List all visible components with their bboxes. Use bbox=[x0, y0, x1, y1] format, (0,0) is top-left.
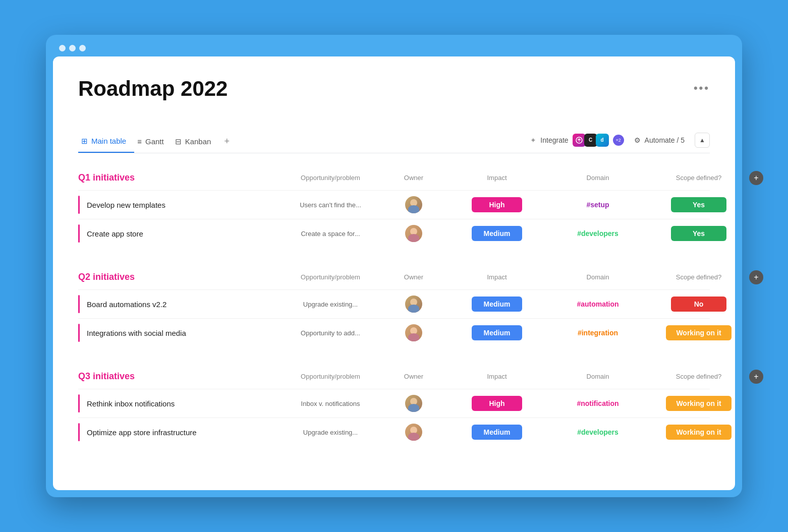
row-impact-cell: High bbox=[446, 396, 547, 411]
row-border-indicator bbox=[78, 295, 80, 313]
avatar-body bbox=[408, 305, 419, 313]
row-domain-cell: #notification bbox=[547, 399, 648, 407]
integration-avatar-2: C bbox=[584, 134, 597, 147]
row-owner-cell bbox=[381, 295, 446, 313]
scope-badge: Yes bbox=[671, 226, 726, 241]
column-header: Impact bbox=[446, 273, 547, 281]
add-column-button[interactable]: + bbox=[749, 270, 763, 284]
row-name-cell: Board automations v2.2 bbox=[78, 290, 280, 318]
impact-badge: High bbox=[472, 396, 522, 411]
column-header: Owner bbox=[381, 273, 446, 281]
chevron-up-icon: ▲ bbox=[699, 137, 705, 144]
tab-gantt[interactable]: ≡ Gantt bbox=[134, 132, 172, 152]
tabs-bar: ⊞ Main table ≡ Gantt ⊟ Kanban + ✦ Integr… bbox=[78, 131, 710, 153]
tab-main-table[interactable]: ⊞ Main table bbox=[78, 132, 134, 153]
section-q2: Q2 initiativesOpportunity/problemOwnerIm… bbox=[78, 268, 710, 347]
row-name-cell: Optimize app store infrastructure bbox=[78, 418, 280, 446]
section-title-q3: Q3 initiatives bbox=[78, 367, 280, 386]
row-scope-cell: Working on it bbox=[648, 425, 749, 440]
row-domain-cell: #automation bbox=[547, 300, 648, 308]
row-impact-cell: High bbox=[446, 197, 547, 212]
row-owner-cell bbox=[381, 196, 446, 213]
impact-badge: Medium bbox=[472, 425, 522, 440]
scope-badge: Working on it bbox=[666, 396, 731, 411]
row-opportunity-cell: Users can't find the... bbox=[280, 201, 381, 209]
table-row[interactable]: Optimize app store infrastructureUpgrade… bbox=[78, 418, 710, 446]
avatar-body bbox=[408, 404, 419, 412]
table-row[interactable]: Rethink inbox notificationsInbox v. noti… bbox=[78, 389, 710, 418]
tab-kanban[interactable]: ⊟ Kanban bbox=[172, 132, 219, 152]
automate-icon: ⚙ bbox=[634, 136, 641, 144]
table-row[interactable]: Develop new templatesUsers can't find th… bbox=[78, 190, 710, 219]
column-header: Impact bbox=[446, 373, 547, 380]
owner-avatar bbox=[405, 324, 422, 341]
row-name-text: Board automations v2.2 bbox=[87, 300, 166, 309]
row-domain-cell: #developers bbox=[547, 428, 648, 436]
collapse-button[interactable]: ▲ bbox=[695, 133, 710, 148]
row-scope-cell: Working on it bbox=[648, 325, 749, 340]
row-opportunity-cell: Upgrade existing... bbox=[280, 429, 381, 436]
integration-plus-badge: +2 bbox=[613, 135, 624, 146]
section-title-q2: Q2 initiatives bbox=[78, 268, 280, 286]
row-domain-cell: #setup bbox=[547, 201, 648, 209]
traffic-light-close[interactable] bbox=[59, 45, 66, 51]
section-q1: Q1 initiativesOpportunity/problemOwnerIm… bbox=[78, 168, 710, 248]
impact-badge: Medium bbox=[472, 226, 522, 241]
integrate-button[interactable]: ✦ Integrate C d +2 bbox=[530, 134, 624, 147]
integration-avatar-1 bbox=[573, 134, 586, 147]
row-opportunity-cell: Create a space for... bbox=[280, 230, 381, 238]
row-name-cell: Integrations with social media bbox=[78, 319, 280, 347]
avatar-body bbox=[408, 205, 419, 213]
list-icon: ≡ bbox=[137, 137, 142, 146]
section-header-q1: Q1 initiativesOpportunity/problemOwnerIm… bbox=[78, 168, 710, 187]
row-opportunity-cell: Inbox v. notifications bbox=[280, 400, 381, 407]
add-column-button[interactable]: + bbox=[749, 171, 763, 185]
section-header-q3: Q3 initiativesOpportunity/problemOwnerIm… bbox=[78, 367, 710, 386]
row-owner-cell bbox=[381, 424, 446, 441]
table-row[interactable]: Board automations v2.2Upgrade existing..… bbox=[78, 289, 710, 318]
traffic-light-maximize[interactable] bbox=[79, 45, 86, 51]
add-tab-button[interactable]: + bbox=[219, 131, 235, 153]
tabs-right: ✦ Integrate C d +2 bbox=[530, 133, 710, 152]
app-content: Roadmap 2022 ••• ⊞ Main table ≡ Gantt ⊟ … bbox=[53, 56, 735, 490]
column-header: Opportunity/problem bbox=[280, 373, 381, 380]
table-row[interactable]: Create app storeCreate a space for... Me… bbox=[78, 219, 710, 248]
kanban-icon: ⊟ bbox=[175, 137, 182, 146]
avatar-body bbox=[408, 234, 419, 242]
integration-avatars: C d +2 bbox=[573, 134, 624, 147]
browser-chrome bbox=[53, 42, 735, 56]
row-scope-cell: Working on it bbox=[648, 396, 749, 411]
column-header: Domain bbox=[547, 373, 648, 380]
traffic-light-minimize[interactable] bbox=[69, 45, 76, 51]
automate-button[interactable]: ⚙ Automate / 5 bbox=[634, 136, 685, 144]
section-header-q2: Q2 initiativesOpportunity/problemOwnerIm… bbox=[78, 268, 710, 286]
table-row[interactable]: Integrations with social mediaOpportunit… bbox=[78, 318, 710, 347]
browser-window: Roadmap 2022 ••• ⊞ Main table ≡ Gantt ⊟ … bbox=[46, 35, 742, 497]
owner-avatar bbox=[405, 225, 422, 242]
column-header: Owner bbox=[381, 174, 446, 182]
column-header: Domain bbox=[547, 273, 648, 281]
scope-badge: No bbox=[671, 297, 726, 312]
owner-avatar bbox=[405, 196, 422, 213]
row-domain-cell: #integration bbox=[547, 329, 648, 337]
add-column-button[interactable]: + bbox=[749, 370, 763, 384]
row-border-indicator bbox=[78, 324, 80, 342]
row-opportunity-cell: Upgrade existing... bbox=[280, 301, 381, 308]
owner-avatar bbox=[405, 424, 422, 441]
row-name-text: Optimize app store infrastructure bbox=[87, 428, 197, 437]
more-options-button[interactable]: ••• bbox=[694, 82, 710, 95]
row-impact-cell: Medium bbox=[446, 325, 547, 340]
row-owner-cell bbox=[381, 225, 446, 242]
grid-icon: ⊞ bbox=[81, 137, 88, 146]
row-border-indicator bbox=[78, 224, 80, 243]
row-name-cell: Create app store bbox=[78, 219, 280, 248]
row-name-cell: Develop new templates bbox=[78, 191, 280, 219]
integration-avatar-3: d bbox=[596, 134, 609, 147]
row-name-text: Develop new templates bbox=[87, 201, 165, 209]
row-domain-cell: #developers bbox=[547, 229, 648, 238]
column-header: Scope defined? bbox=[648, 174, 749, 182]
integrate-icon: ✦ bbox=[530, 136, 536, 144]
column-header: Opportunity/problem bbox=[280, 273, 381, 281]
row-scope-cell: No bbox=[648, 297, 749, 312]
sections-container: Q1 initiativesOpportunity/problemOwnerIm… bbox=[78, 168, 710, 446]
